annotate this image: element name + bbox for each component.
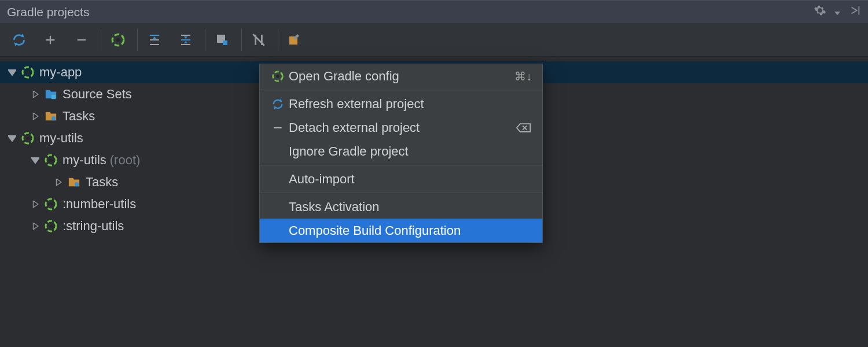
- context-menu: Open Gradle config ⌘↓ Refresh external p…: [259, 64, 543, 243]
- gradle-icon: [21, 65, 35, 79]
- node-label: my-utils: [62, 153, 106, 168]
- disclosure-right-icon[interactable]: [30, 89, 41, 99]
- offline-mode-button[interactable]: [247, 28, 271, 52]
- disclosure-right-icon[interactable]: [30, 199, 41, 209]
- node-suffix: (root): [110, 153, 141, 168]
- minus-icon: [269, 122, 286, 134]
- node-label: Tasks: [86, 175, 118, 190]
- svg-point-6: [26, 71, 30, 74]
- toolbar-separator: [205, 29, 205, 51]
- detach-button[interactable]: [69, 28, 94, 52]
- menu-label: Tasks Activation: [286, 200, 532, 215]
- svg-point-12: [49, 158, 53, 162]
- disclosure-down-icon[interactable]: [7, 67, 17, 77]
- run-button[interactable]: [106, 28, 130, 52]
- svg-point-17: [49, 224, 53, 228]
- refresh-icon: [269, 98, 286, 110]
- panel-title: Gradle projects: [7, 5, 814, 19]
- gradle-icon: [44, 197, 58, 211]
- toolbar-separator: [137, 29, 138, 51]
- menu-refresh-external-project[interactable]: Refresh external project: [260, 92, 542, 116]
- disclosure-down-icon[interactable]: [7, 133, 17, 143]
- node-label: :string-utils: [62, 219, 124, 234]
- disclosure-right-icon[interactable]: [30, 111, 41, 121]
- group-tasks-button[interactable]: [210, 28, 234, 52]
- menu-ignore-gradle-project[interactable]: Ignore Gradle project: [260, 139, 542, 163]
- collapse-all-button[interactable]: [174, 28, 198, 52]
- svg-point-8: [52, 116, 56, 120]
- menu-open-gradle-config[interactable]: Open Gradle config ⌘↓: [260, 64, 542, 88]
- svg-rect-7: [52, 95, 56, 99]
- menu-tasks-activation[interactable]: Tasks Activation: [260, 195, 542, 219]
- toolbar-separator: [241, 29, 242, 51]
- toolbar-separator: [101, 29, 101, 51]
- menu-detach-external-project[interactable]: Detach external project: [260, 116, 542, 139]
- disclosure-right-icon[interactable]: [53, 177, 64, 187]
- node-label: Tasks: [62, 109, 95, 124]
- disclosure-right-icon[interactable]: [30, 221, 41, 231]
- menu-shortcut: ⌘↓: [514, 69, 532, 83]
- menu-separator: [260, 90, 542, 90]
- menu-label: Ignore Gradle project: [286, 144, 532, 159]
- menu-separator: [260, 193, 542, 193]
- menu-label: Open Gradle config: [286, 69, 514, 84]
- gear-icon[interactable]: [814, 4, 826, 20]
- hide-icon[interactable]: [848, 4, 861, 20]
- svg-point-13: [75, 182, 79, 186]
- svg-point-15: [49, 202, 53, 206]
- gradle-icon: [44, 153, 58, 167]
- menu-label: Refresh external project: [286, 97, 516, 112]
- menu-auto-import[interactable]: Auto-import: [260, 167, 542, 191]
- node-label: my-utils: [39, 131, 83, 146]
- menu-label: Auto-import: [286, 172, 532, 187]
- svg-rect-3: [223, 40, 227, 45]
- svg-point-10: [26, 136, 30, 140]
- svg-point-1: [116, 38, 120, 42]
- expand-all-button[interactable]: [142, 28, 167, 52]
- menu-label: Detach external project: [286, 120, 516, 135]
- disclosure-down-icon[interactable]: [30, 155, 41, 165]
- refresh-button[interactable]: [7, 28, 31, 52]
- menu-label: Composite Build Configuration: [286, 223, 532, 238]
- chevron-down-icon[interactable]: [834, 5, 840, 20]
- node-label: Source Sets: [62, 87, 132, 102]
- delete-tag-icon: [516, 122, 532, 134]
- panel-titlebar: Gradle projects: [0, 0, 868, 23]
- menu-separator: [260, 165, 542, 165]
- gradle-settings-button[interactable]: [283, 28, 307, 52]
- node-label: my-app: [39, 65, 82, 80]
- toolbar-separator: [278, 29, 278, 51]
- folder-gear-icon: [67, 175, 81, 189]
- toolbar: [0, 23, 868, 57]
- node-label: :number-utils: [62, 197, 136, 212]
- folder-gear-icon: [44, 109, 58, 123]
- gradle-icon: [21, 131, 35, 145]
- menu-composite-build-configuration[interactable]: Composite Build Configuration: [260, 219, 542, 242]
- attach-button[interactable]: [38, 28, 62, 52]
- svg-point-19: [276, 75, 279, 78]
- gradle-icon: [44, 219, 58, 233]
- folder-icon: [44, 87, 58, 101]
- gradle-icon: [269, 70, 286, 83]
